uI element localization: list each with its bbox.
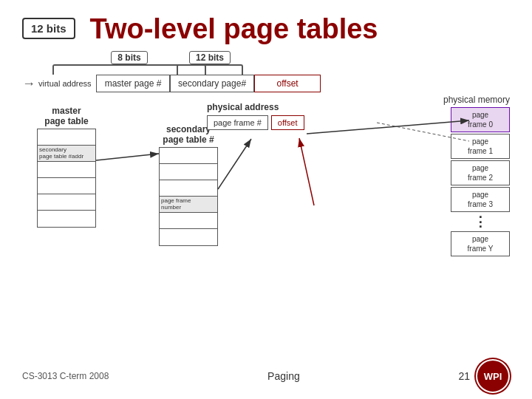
- physical-memory-column: pageframe 0 pageframe 1 pageframe 2 page…: [451, 107, 510, 256]
- physical-address-row: page frame # offset: [207, 115, 304, 130]
- main-title: Two-level page tables: [90, 13, 378, 45]
- table-row: [38, 194, 95, 211]
- title-area: 12 bits Two-level page tables: [0, 0, 532, 45]
- table-row: [160, 180, 217, 197]
- course-label: CS-3013 C-term 2008: [22, 371, 109, 381]
- page-frame-number-label: page framenumber: [161, 198, 191, 211]
- table-row: [38, 211, 95, 227]
- footer: CS-3013 C-term 2008 Paging 21 WPI: [0, 359, 532, 393]
- secondary-page-table: page framenumber: [159, 147, 218, 246]
- dots-separator: ⋮: [451, 214, 510, 230]
- physical-address-area: physical address page frame # offset: [207, 102, 304, 130]
- physical-memory-label: physical memory: [443, 95, 510, 105]
- svg-line-0: [96, 154, 159, 160]
- svg-line-1: [218, 139, 251, 189]
- svg-line-3: [299, 138, 314, 205]
- secondary-page-field: secondary page#: [170, 75, 254, 92]
- phys-offset-field: offset: [271, 115, 304, 130]
- page-topic: Paging: [267, 370, 300, 382]
- physical-address-label: physical address: [207, 102, 304, 112]
- table-row: page framenumber: [160, 197, 217, 213]
- bits-bracket-row: 8 bits 12 bits: [92, 51, 510, 75]
- secondary-table-box: secondary page table # page framenumber: [159, 124, 218, 246]
- diagram: physical memory master page table second…: [15, 98, 517, 342]
- table-row: [38, 162, 95, 178]
- master-page-field: master page #: [96, 75, 170, 92]
- page-frame-1: pageframe 1: [451, 134, 510, 159]
- wpi-logo: WPI: [476, 359, 510, 393]
- eight-bits-label: 8 bits: [111, 51, 147, 64]
- page-frame-0: pageframe 0: [451, 107, 510, 132]
- offset-field: offset: [254, 75, 321, 92]
- master-page-table: secondarypage table #addr: [37, 129, 96, 228]
- svg-line-2: [307, 120, 469, 134]
- secondary-addr-label: secondarypage table #addr: [39, 147, 83, 160]
- virtual-address-label: → virtual address: [22, 76, 96, 92]
- page-frame-field: page frame #: [207, 115, 268, 130]
- table-row: [38, 178, 95, 194]
- footer-right: 21 WPI: [458, 359, 510, 393]
- table-row: secondarypage table #addr: [38, 146, 95, 162]
- twelve-bits-label: 12 bits: [189, 51, 231, 64]
- address-row: → virtual address master page # secondar…: [22, 75, 510, 92]
- table-row: [160, 148, 217, 164]
- eight-bits-span: 8 bits: [92, 51, 166, 75]
- master-table-box: master page table secondarypage table #a…: [37, 106, 96, 228]
- virtual-address-area: 8 bits 12 bits → virtual address master …: [22, 51, 510, 92]
- page-frame-2: pageframe 2: [451, 160, 510, 185]
- table-row: [160, 229, 217, 245]
- header-bits-badge: 12 bits: [22, 18, 75, 39]
- twelve-bits-bracket: [177, 64, 243, 75]
- table-row: [160, 213, 217, 229]
- page-frame-y: pageframe Y: [451, 231, 510, 256]
- table-row: [38, 129, 95, 146]
- page-frame-3: pageframe 3: [451, 187, 510, 212]
- master-table-label: master page table: [37, 106, 96, 126]
- table-row: [160, 164, 217, 180]
- twelve-bits-span: 12 bits: [169, 51, 250, 75]
- page-number: 21: [458, 370, 470, 382]
